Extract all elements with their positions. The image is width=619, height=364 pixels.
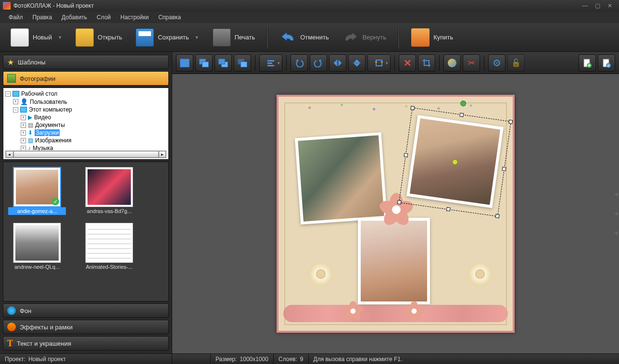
save-label: Сохранить	[158, 34, 189, 41]
menu-file[interactable]: Файл	[4, 13, 28, 22]
send-backward-button[interactable]	[215, 54, 232, 72]
resize-handle[interactable]	[446, 207, 451, 212]
thumbnail-item[interactable]: andrew-neel-QLq...	[8, 223, 66, 271]
fit-button[interactable]	[367, 54, 391, 72]
tab-text-label: Текст и украшения	[17, 340, 71, 347]
photos-panel: −Рабочий стол +👤Пользователь −Этот компь…	[3, 88, 169, 301]
print-button[interactable]: Печать	[206, 25, 262, 50]
menu-settings[interactable]: Настройки	[115, 13, 153, 22]
gear-icon: ⚙	[493, 57, 501, 69]
minimize-button[interactable]: —	[579, 1, 591, 10]
resize-handle[interactable]	[502, 167, 506, 171]
flip-vertical-button[interactable]	[348, 54, 366, 72]
tree-scrollbar[interactable]: ◂ ▸	[5, 151, 166, 158]
menu-layer[interactable]: Слой	[92, 13, 115, 22]
tab-photos[interactable]: Фотографии	[3, 71, 169, 86]
crop-button[interactable]	[418, 54, 435, 72]
thumbnail-item[interactable]: ✓ andie-gomez-a...	[8, 167, 66, 215]
tab-background-label: Фон	[20, 307, 31, 314]
tree-node-label[interactable]: Рабочий стол	[21, 90, 57, 97]
flip-h-icon	[333, 59, 342, 67]
open-button[interactable]: Открыть	[69, 25, 129, 50]
canvas-toolbar: ✕ ✂ ⚙ 🔓 ⚙	[172, 52, 619, 74]
menu-help[interactable]: Справка	[153, 13, 186, 22]
scroll-left-icon[interactable]: ◂	[6, 151, 13, 158]
scroll-right-icon[interactable]: ▸	[159, 151, 166, 158]
tab-templates[interactable]: ★ Шаблоны	[3, 55, 169, 69]
expander-icon[interactable]: +	[21, 146, 26, 151]
thumbnail-image	[85, 167, 133, 207]
add-page-button[interactable]	[579, 54, 596, 72]
crop-icon	[422, 58, 431, 68]
text-icon: T	[7, 339, 13, 349]
side-flyout[interactable]	[614, 185, 619, 243]
layer-icon	[180, 59, 189, 67]
maximize-button[interactable]: ▢	[591, 1, 604, 10]
save-button[interactable]: Сохранить ▼	[129, 25, 206, 50]
status-value: Новый проект	[28, 356, 66, 363]
thumbnail-item[interactable]: Animated-Stories-...	[80, 223, 138, 271]
settings-button[interactable]: ⚙	[488, 54, 505, 72]
photo-layer[interactable]	[295, 132, 387, 225]
resize-handle[interactable]	[495, 214, 500, 218]
expander-icon[interactable]: −	[5, 91, 11, 97]
thumbnail-item[interactable]: andras-vas-Bd7g...	[80, 167, 138, 215]
new-button[interactable]: Новый ▼	[4, 25, 69, 50]
expander-icon[interactable]: +	[21, 123, 26, 128]
tree-node-label[interactable]: Пользователь	[30, 99, 67, 105]
page-gear-icon: ⚙	[602, 58, 611, 68]
tab-background[interactable]: Фон	[3, 303, 169, 318]
adjust-button[interactable]	[443, 54, 461, 72]
resize-handle[interactable]	[404, 153, 408, 157]
bring-forward-button[interactable]	[195, 54, 213, 72]
documents-icon: ▤	[28, 122, 33, 128]
send-back-button[interactable]	[234, 54, 251, 72]
flip-horizontal-button[interactable]	[329, 54, 346, 72]
expander-icon[interactable]: −	[13, 107, 18, 113]
tab-templates-label: Шаблоны	[18, 59, 46, 66]
expander-icon[interactable]: +	[21, 130, 26, 136]
cut-button[interactable]: ✂	[463, 54, 480, 72]
redo-button[interactable]: Вернуть	[336, 28, 393, 47]
collage-canvas[interactable]	[277, 95, 515, 333]
photo-layer-selected[interactable]	[406, 115, 504, 208]
expander-icon[interactable]: +	[21, 115, 26, 120]
downloads-icon: ⬇	[28, 129, 33, 136]
flip-v-icon	[352, 59, 362, 67]
statusbar: Проект: Новый проект Размер: 1000x1000 С…	[0, 353, 619, 364]
folder-tree[interactable]: −Рабочий стол +👤Пользователь −Этот компь…	[3, 88, 169, 160]
buy-button[interactable]: Купить	[404, 25, 460, 50]
lock-icon: 🔓	[511, 58, 521, 67]
menu-edit[interactable]: Правка	[28, 13, 57, 22]
menu-add[interactable]: Добавить	[57, 13, 92, 22]
bring-front-button[interactable]	[176, 54, 193, 72]
decoration-ribbon	[283, 305, 508, 322]
tree-node-label[interactable]: Загрузки	[35, 129, 60, 136]
expander-icon[interactable]: +	[21, 138, 26, 143]
photo-layer[interactable]	[358, 218, 430, 304]
tab-effects[interactable]: Эффекты и рамки	[3, 320, 169, 334]
page-settings-button[interactable]: ⚙	[598, 54, 615, 72]
scroll-thumb[interactable]	[13, 151, 159, 158]
rotate-left-button[interactable]	[291, 54, 308, 72]
tab-text[interactable]: T Текст и украшения	[3, 336, 169, 351]
rotate-right-button[interactable]	[310, 54, 327, 72]
tree-node-label[interactable]: Изображения	[35, 137, 71, 144]
align-button[interactable]	[259, 54, 282, 72]
canvas-area: ✕ ✂ ⚙ 🔓 ⚙	[172, 52, 619, 353]
decoration-flower	[343, 301, 363, 321]
tree-node-label[interactable]: Документы	[35, 122, 65, 128]
delete-button[interactable]: ✕	[399, 54, 416, 72]
expander-icon[interactable]: +	[13, 99, 18, 104]
tree-node-label[interactable]: Видео	[34, 114, 51, 121]
canvas-viewport[interactable]	[172, 74, 619, 353]
resize-handle[interactable]	[508, 120, 513, 124]
adjust-icon	[448, 59, 456, 67]
video-icon: ▶	[28, 114, 32, 121]
desktop-icon	[13, 91, 19, 97]
page-add-icon	[582, 58, 592, 68]
open-icon	[76, 28, 94, 47]
undo-button[interactable]: Отменить	[273, 28, 335, 47]
close-button[interactable]: ✕	[604, 1, 616, 10]
tree-node-label[interactable]: Этот компьютер	[29, 106, 72, 113]
